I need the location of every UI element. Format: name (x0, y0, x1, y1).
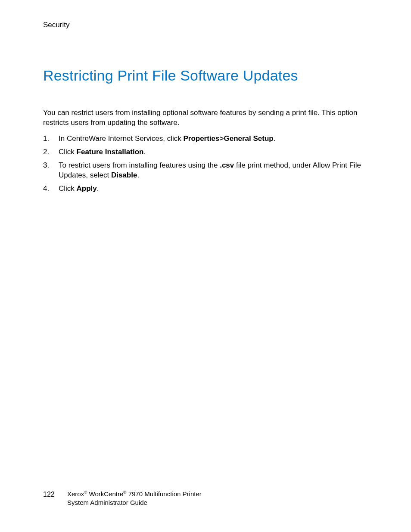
footer-model: 7970 Multifunction Printer (126, 490, 201, 498)
step-bold: .csv (220, 161, 234, 169)
document-page: Security Restricting Print File Software… (0, 0, 411, 532)
step-text: . (137, 171, 139, 179)
footer-subtitle: System Administrator Guide (67, 499, 147, 506)
step-item: In CentreWare Internet Services, click P… (43, 134, 368, 144)
intro-paragraph: You can restrict users from installing o… (43, 108, 368, 128)
step-item: Click Feature Installation. (43, 147, 368, 157)
section-header: Security (43, 21, 368, 29)
step-text: Click (59, 148, 77, 156)
footer-text: Xerox® WorkCentre® 7970 Multifunction Pr… (67, 490, 202, 507)
step-text: . (274, 134, 276, 143)
step-item: Click Apply. (43, 184, 368, 194)
page-footer: 122 Xerox® WorkCentre® 7970 Multifunctio… (43, 490, 202, 507)
step-bold: Feature Installation (77, 148, 144, 156)
step-text: Click (59, 184, 77, 193)
step-sep: > (220, 134, 224, 143)
step-text: . (143, 148, 146, 156)
steps-list: In CentreWare Internet Services, click P… (43, 134, 368, 194)
step-bold: Disable (111, 171, 137, 179)
step-bold: Properties (183, 134, 219, 143)
page-number: 122 (43, 490, 67, 499)
footer-brand: WorkCentre (87, 490, 123, 498)
step-text: . (97, 184, 99, 193)
step-bold: General Setup (224, 134, 273, 143)
footer-brand: Xerox (67, 490, 84, 498)
step-item: To restrict users from installing featur… (43, 161, 368, 180)
step-text: In CentreWare Internet Services, click (59, 134, 183, 143)
step-text: To restrict users from installing featur… (59, 161, 220, 169)
step-bold: Apply (77, 184, 97, 193)
page-title: Restricting Print File Software Updates (43, 67, 368, 84)
